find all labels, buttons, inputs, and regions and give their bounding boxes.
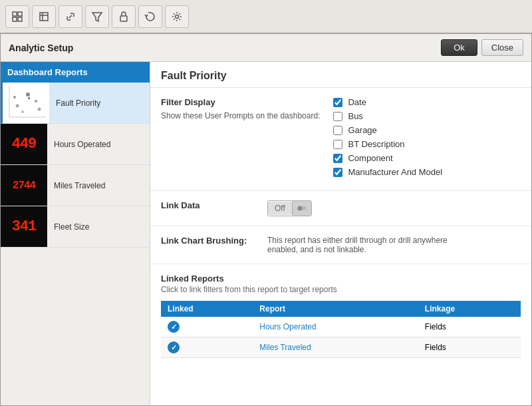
filter-manufacturer-label: Manufacturer And Model <box>348 167 442 177</box>
fleet-size-label: Fleet Size <box>47 222 150 232</box>
filter-bus-label: Bus <box>348 111 362 121</box>
report-link-miles[interactable]: Miles Traveled <box>259 343 311 352</box>
fault-priority-preview <box>3 83 49 124</box>
svg-point-9 <box>176 15 179 18</box>
svg-point-17 <box>38 107 41 110</box>
dialog-title-bar: Analytic Setup Ok Close <box>1 34 531 62</box>
svg-rect-3 <box>18 17 22 21</box>
table-row: ✓ Miles Traveled Fields <box>161 337 521 358</box>
filter-manufacturer-checkbox[interactable] <box>333 168 342 177</box>
svg-rect-1 <box>18 12 22 16</box>
link-data-label: Link Data <box>161 200 254 210</box>
miles-traveled-preview: 2744 <box>1 165 47 206</box>
filter-manufacturer-row: Manufacturer And Model <box>333 167 521 177</box>
close-button[interactable]: Close <box>481 39 523 56</box>
linked-reports-subtitle: Click to link filters from this report t… <box>161 285 521 294</box>
filter-checkboxes: Date Bus Garage BT Description <box>333 97 521 181</box>
col-linkage: Linkage <box>418 301 521 317</box>
main-content: Fault Priority Filter Display Show these… <box>150 62 531 405</box>
sidebar: Dashboard Reports <box>1 62 150 405</box>
linkage-cell-2: Fields <box>418 337 521 358</box>
link-button[interactable] <box>59 5 82 28</box>
report-title: Fault Priority <box>150 62 531 88</box>
link-chart-brushing-label: Link Chart Brushing: <box>161 236 254 246</box>
table-header-row: Linked Report Linkage <box>161 301 521 317</box>
toggle-off-label: Off <box>268 202 293 215</box>
filter-garage-label: Garage <box>348 125 376 135</box>
fleet-size-preview: 341 <box>1 206 47 248</box>
svg-rect-4 <box>40 13 48 21</box>
svg-point-20 <box>297 206 302 211</box>
lock-button[interactable] <box>112 5 136 28</box>
sidebar-item-miles-traveled[interactable]: 2744 Miles Traveled <box>1 165 150 206</box>
svg-point-15 <box>35 100 37 102</box>
col-report: Report <box>253 301 418 317</box>
reports-table: Linked Report Linkage ✓ Hours Operated <box>161 301 521 358</box>
toolbar <box>0 0 532 33</box>
svg-rect-0 <box>13 12 17 16</box>
filter-component-label: Component <box>348 153 392 163</box>
analytic-setup-dialog: Analytic Setup Ok Close Dashboard Report… <box>0 33 532 406</box>
link-chart-brushing-section: Link Chart Brushing: This report has eit… <box>150 226 531 264</box>
linked-reports-title: Linked Reports <box>161 274 521 284</box>
linked-checkmark-2: ✓ <box>168 341 180 353</box>
linked-cell-1: ✓ <box>161 317 253 337</box>
filter-bt-desc-checkbox[interactable] <box>333 140 342 149</box>
svg-rect-8 <box>120 16 127 21</box>
report-link-hours[interactable]: Hours Operated <box>259 322 316 331</box>
table-row: ✓ Hours Operated Fields <box>161 317 521 337</box>
dialog-body: Dashboard Reports <box>1 62 531 405</box>
col-linked: Linked <box>161 301 253 317</box>
sidebar-item-hours-operated[interactable]: 449 Hours Operated <box>1 124 150 165</box>
linkage-cell-1: Fields <box>418 317 521 337</box>
dialog-title: Analytic Setup <box>9 43 73 53</box>
linked-cell-2: ✓ <box>161 337 253 358</box>
filter-component-checkbox[interactable] <box>333 154 342 163</box>
history-button[interactable] <box>138 5 162 28</box>
filter-garage-row: Garage <box>333 125 521 135</box>
filter-date-row: Date <box>333 97 521 107</box>
toggle-switch[interactable] <box>293 201 311 216</box>
svg-point-13 <box>26 93 30 97</box>
crop-button[interactable] <box>32 5 56 28</box>
title-buttons: Ok Close <box>441 39 523 56</box>
link-data-section: Link Data Off <box>150 191 531 226</box>
filter-bt-desc-label: BT Description <box>348 139 404 149</box>
svg-point-16 <box>21 110 24 113</box>
link-data-toggle[interactable]: Off <box>267 200 312 216</box>
filter-date-checkbox[interactable] <box>333 98 342 107</box>
filter-bt-desc-row: BT Description <box>333 139 521 149</box>
svg-point-18 <box>13 96 16 99</box>
sidebar-item-fleet-size[interactable]: 341 Fleet Size <box>1 206 150 248</box>
filter-bus-row: Bus <box>333 111 521 121</box>
link-data-control: Off <box>267 200 312 216</box>
hours-operated-label: Hours Operated <box>47 140 150 149</box>
filter-display-subtitle: Show these User Prompts on the dashboard… <box>161 111 320 120</box>
fault-priority-label: Fault Priority <box>49 99 150 108</box>
filter-display-section: Filter Display Show these User Prompts o… <box>150 88 531 191</box>
filter-button[interactable] <box>85 5 109 28</box>
filter-component-row: Component <box>333 153 521 163</box>
ok-button[interactable]: Ok <box>441 39 477 56</box>
report-cell-2: Miles Traveled <box>253 337 418 358</box>
report-cell-1: Hours Operated <box>253 317 418 337</box>
hours-operated-preview: 449 <box>1 124 47 165</box>
miles-traveled-label: Miles Traveled <box>47 181 150 190</box>
linked-reports-section: Linked Reports Click to link filters fro… <box>150 264 531 367</box>
filter-garage-checkbox[interactable] <box>333 126 342 135</box>
filter-display-header: Filter Display <box>161 97 320 107</box>
linked-checkmark-1: ✓ <box>168 321 180 333</box>
svg-marker-7 <box>92 13 102 21</box>
link-chart-brushing-description: This report has either drill through or … <box>267 236 454 254</box>
filter-date-label: Date <box>348 97 366 107</box>
svg-rect-2 <box>13 17 17 21</box>
filter-bus-checkbox[interactable] <box>333 112 342 121</box>
settings-button[interactable] <box>165 5 189 28</box>
sidebar-header: Dashboard Reports <box>1 62 150 83</box>
layout-button[interactable] <box>5 5 29 28</box>
svg-point-14 <box>16 104 19 107</box>
sidebar-item-fault-priority[interactable]: Fault Priority <box>1 83 150 124</box>
